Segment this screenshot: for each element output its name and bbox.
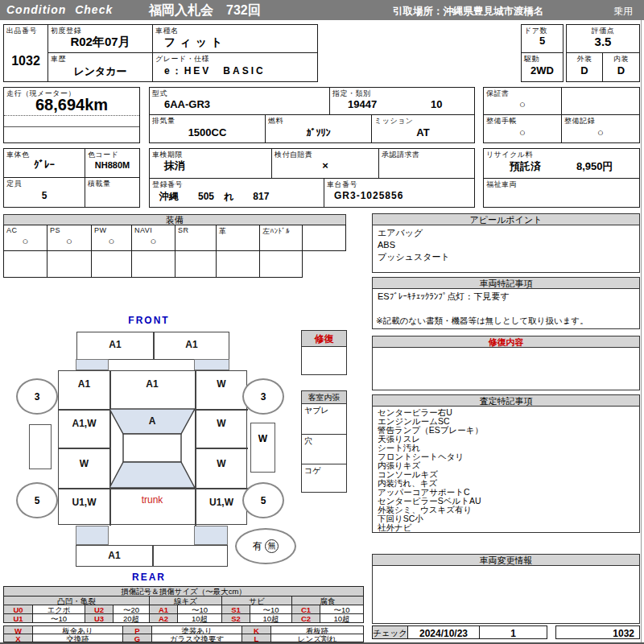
- repair-mini-title: 修復: [301, 330, 347, 347]
- repair-detail-title: 修復内容: [372, 336, 640, 348]
- assessment-line: 社外ナビ: [378, 523, 634, 532]
- legend-code: U1: [3, 613, 33, 623]
- check-label: チェック: [373, 628, 407, 639]
- seats-label: 定員: [6, 179, 22, 189]
- rear-bumper-panel: A1: [76, 545, 228, 567]
- approval-cell: 承認請求書: [378, 148, 475, 179]
- front-bumper-left-code: A1: [77, 339, 153, 350]
- displacement-label: 排気量: [152, 116, 175, 126]
- equipment-mark-ac: ○: [4, 235, 47, 247]
- service-record-label: 整備記録: [564, 116, 595, 126]
- color-code-label: 色コード: [88, 150, 118, 160]
- check-label-cell: チェック: [372, 625, 408, 639]
- door-rear-right-code: W: [195, 458, 248, 469]
- check-count: 1: [480, 628, 547, 639]
- class-number: 19447: [348, 98, 377, 110]
- grade-cell: グレード・仕様 e：HEV BASIC: [152, 52, 318, 82]
- legend-mark-code: L: [242, 634, 271, 642]
- displacement-cell: 排気量 1500CC: [149, 114, 266, 143]
- equipment-row2-cell: [216, 250, 260, 278]
- rear-bumper-left-code: A1: [76, 550, 152, 561]
- equipment-cell-lhd: 左ﾊﾝﾄﾞﾙ: [259, 225, 303, 251]
- change-info-title: 車両変更情報: [372, 554, 640, 566]
- roof-shape: [123, 434, 181, 462]
- tire-front-left: 3: [16, 378, 58, 415]
- interior-grade-value: D: [603, 64, 639, 76]
- grade-label: グレード・仕様: [155, 54, 209, 64]
- exterior-grade-value: D: [567, 64, 602, 76]
- drive-label: 駆動: [524, 54, 539, 64]
- equipment-mark-ps: ○: [47, 235, 91, 247]
- transmission-value: AT: [372, 126, 474, 138]
- spare-has-label: 有: [253, 539, 262, 553]
- payload-label: 積載量: [88, 179, 111, 189]
- equipment-cell-sr: SR: [175, 225, 217, 251]
- history-value: レンタカー: [48, 64, 152, 79]
- tire-front-right: 3: [242, 378, 284, 415]
- cabin-legend-title: 客室内張: [301, 390, 347, 404]
- service-book-cell: 整備手帳 ○: [483, 114, 562, 143]
- cabin-legend-row-tear: ヤブレ: [301, 403, 347, 435]
- exterior-grade-label: 外装: [567, 54, 602, 64]
- insurance-cell: 検付自賠責 ×: [271, 148, 379, 179]
- equipment-title: 装備: [3, 214, 346, 225]
- cabin-legend-row-burn: コゲ: [301, 464, 347, 493]
- tire-rear-left: 5: [16, 482, 58, 518]
- equipment-cell-blank: [302, 225, 346, 251]
- trunk-label: trunk: [109, 494, 195, 506]
- payload-cell: 積載量: [85, 177, 140, 208]
- equipment-label-lhd: 左ﾊﾝﾄﾞﾙ: [262, 226, 290, 237]
- rocker-right-panel: W: [250, 423, 275, 473]
- quarter-left-code: U1,W: [59, 497, 109, 508]
- transmission-label: ミッション: [374, 116, 414, 126]
- check-date: 2024/10/23: [408, 628, 479, 639]
- legend-mark-desc: ガラス交換要す: [151, 634, 242, 642]
- drive-cell: 駆動 2WD: [521, 52, 564, 82]
- model-name-cell: 車種名 フィット: [152, 24, 318, 53]
- equipment-cell-leather: 革: [216, 225, 260, 251]
- service-record-cell: 整備記録 ○: [561, 114, 640, 143]
- warranty-mark: ○: [484, 98, 561, 110]
- windshield-code: A: [109, 415, 195, 427]
- equipment-row2-cell: [3, 250, 47, 278]
- equipment-label-leather: 革: [219, 226, 227, 237]
- legend-desc: 10超: [250, 613, 292, 623]
- warranty-cell: 保証書 ○: [483, 87, 562, 115]
- legend-desc: 10超: [320, 613, 364, 623]
- hood-code: A1: [109, 378, 195, 390]
- special-notes-disclaimer: ※記載のない書類・機器等は無しとして取り扱います。: [376, 316, 588, 327]
- fuel-value: ｶﾞｿﾘﾝ: [266, 127, 371, 138]
- equipment-row2-cell: [131, 250, 175, 278]
- legend-mark-code: X: [3, 634, 33, 642]
- car-body-outline: A1 A1 W A1,W A W W W U1,W trunk U1,W: [58, 370, 247, 525]
- equipment-mark-pw: ○: [92, 235, 131, 247]
- tire-rear-right: 5: [242, 482, 284, 518]
- repair-mini-body: [301, 346, 347, 375]
- recycle-fee: 8,950円: [576, 159, 613, 174]
- interior-grade-label: 内装: [603, 54, 639, 64]
- body-row-line-2-right: [195, 448, 248, 449]
- door-rear-left-code: W: [59, 458, 109, 469]
- score-value: 3.5: [567, 35, 639, 48]
- class-sub-number: 10: [431, 98, 442, 110]
- equipment-label-sr: SR: [178, 226, 189, 234]
- service-book-label: 整備手帳: [486, 116, 517, 126]
- drive-value: 2WD: [522, 64, 563, 76]
- model-name-value: フィット: [153, 35, 317, 50]
- page-border-right: [641, 20, 642, 642]
- mileage-cell: 走行（現メーター） 68,694km: [3, 87, 140, 143]
- seats-cell: 定員 5: [3, 177, 85, 208]
- equipment-row2-cell: [91, 250, 132, 278]
- service-record-mark: ○: [562, 126, 639, 138]
- equipment-cell-pw: PW ○: [91, 225, 132, 251]
- lot-number-value: 1032: [4, 54, 47, 68]
- special-notes-body: ESﾌﾞﾚｰｷﾁｪｯｸﾗﾝﾌﾟ点灯：下見要す ※記載のない書類・機器等は無しとし…: [372, 288, 640, 329]
- equipment-row2-cell: [175, 250, 217, 278]
- doors-cell: ドア数 5: [521, 24, 564, 53]
- appeal-line: プッシュスタート: [373, 251, 639, 265]
- legend-code: S2: [221, 613, 250, 623]
- legend-code: A2: [149, 613, 178, 623]
- legend-mark-desc: レンズ割れ: [270, 634, 364, 642]
- equipment-cell-ps: PS ○: [47, 225, 92, 251]
- front-pillar-left-shape: [76, 359, 109, 370]
